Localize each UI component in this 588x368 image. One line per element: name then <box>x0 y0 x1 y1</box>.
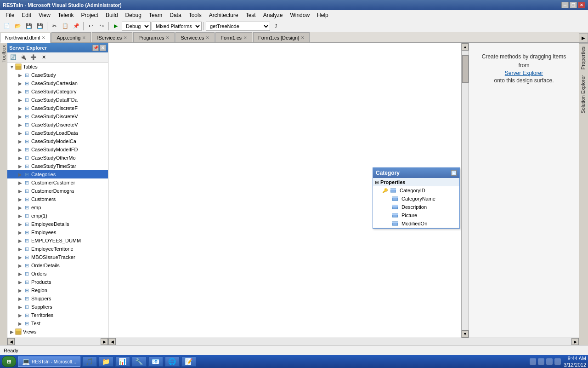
v-scroll-down[interactable]: ▼ <box>462 330 469 338</box>
expand-0[interactable]: ▶ <box>17 73 23 78</box>
restore-button[interactable]: ❐ <box>570 2 577 8</box>
tree-item-11[interactable]: ▶ ⊞ CaseStudyTimeStar <box>7 162 108 170</box>
tray-icon-4[interactable] <box>554 358 561 365</box>
tree-item-casestudy[interactable]: ▶ ⊞ CaseStudy <box>7 71 108 79</box>
tree-horizontal-scrollbar[interactable]: ◀ ▶ <box>7 338 108 345</box>
panel-pin-button[interactable]: 📌 <box>92 45 99 51</box>
minimize-button[interactable]: ─ <box>561 2 569 8</box>
menu-debug[interactable]: Debug <box>122 11 145 20</box>
save-button[interactable]: 💾 <box>24 21 34 31</box>
start-debug-button[interactable]: ▶ <box>111 21 121 31</box>
tree-item-suppliers[interactable]: ▶ ⊞ Suppliers <box>7 303 108 311</box>
new-project-button[interactable]: 📄 <box>2 21 12 31</box>
tree-item-7[interactable]: ▶ ⊞ CaseStudyLoadData <box>7 129 108 137</box>
expand-shippers[interactable]: ▶ <box>17 296 23 301</box>
platform-dropdown[interactable]: Mixed Platforms <box>152 22 202 31</box>
expand-territories[interactable]: ▶ <box>17 313 23 318</box>
redo-button[interactable]: ↪ <box>96 21 107 31</box>
menu-analyze[interactable]: Analyze <box>260 11 287 20</box>
design-h-scroll-track[interactable] <box>116 338 571 345</box>
tab-program[interactable]: Program.cs ✕ <box>133 32 175 42</box>
debug-config-dropdown[interactable]: Debug <box>122 22 151 31</box>
v-scroll-thumb[interactable] <box>462 55 469 83</box>
taskbar-app-3[interactable]: 📁 <box>99 356 113 367</box>
expand-5[interactable]: ▶ <box>17 114 23 119</box>
v-scroll-track[interactable] <box>462 51 469 330</box>
tree-item-region[interactable]: ▶ ⊞ Region <box>7 286 108 294</box>
expand-empterr[interactable]: ▶ <box>17 247 23 252</box>
tree-node-tables[interactable]: ▼ Tables <box>7 63 108 71</box>
tree-item-8[interactable]: ▶ ⊞ CaseStudyModelCa <box>7 137 108 145</box>
tree-item-6[interactable]: ▶ ⊞ CaseStudyDiscreteV <box>7 121 108 129</box>
tree-node-views[interactable]: ▶ Views <box>7 328 108 336</box>
menu-telerik[interactable]: Telerik <box>54 11 78 20</box>
tray-icon-3[interactable] <box>546 358 553 365</box>
menu-build[interactable]: Build <box>102 11 122 20</box>
cut-button[interactable]: ✂ <box>49 21 59 31</box>
tree-item-emp[interactable]: ▶ ⊞ emp <box>7 203 108 212</box>
expand-test[interactable]: ▶ <box>17 321 23 326</box>
tab-iservice[interactable]: IService.cs ✕ <box>92 32 132 42</box>
menu-window[interactable]: Window <box>286 11 313 20</box>
tree-item-territories[interactable]: ▶ ⊞ Territories <box>7 311 108 319</box>
tray-icon-1[interactable] <box>530 358 536 365</box>
tree-item-emp1[interactable]: ▶ ⊞ emp(1) <box>7 212 108 220</box>
taskbar-app-6[interactable]: 📧 <box>148 356 163 367</box>
se-delete-button[interactable]: ✕ <box>39 52 49 63</box>
expand-11[interactable]: ▶ <box>17 164 23 169</box>
tree-item-3[interactable]: ▶ ⊞ CaseStudyDataIFDa <box>7 96 108 104</box>
prop-description[interactable]: Description <box>373 203 459 211</box>
se-refresh-button[interactable]: 🔄 <box>8 52 18 63</box>
menu-edit[interactable]: Edit <box>18 11 35 20</box>
expand-13[interactable]: ▶ <box>17 180 23 185</box>
prop-modifiedon[interactable]: ModifiedOn <box>373 219 459 228</box>
expand-mbos[interactable]: ▶ <box>17 255 23 260</box>
expand-10[interactable]: ▶ <box>17 155 23 161</box>
prop-categoryname[interactable]: CategoryName <box>373 195 459 203</box>
tree-item-empterr[interactable]: ▶ ⊞ EmployeeTerritorie <box>7 245 108 253</box>
prop-categoryid[interactable]: 🔑 CategoryID <box>373 186 459 195</box>
expand-products[interactable]: ▶ <box>17 280 23 285</box>
tree-item-5[interactable]: ▶ ⊞ CaseStudyDiscreteV <box>7 112 108 121</box>
h-scroll-track[interactable] <box>15 338 101 345</box>
design-surface[interactable]: Category ▲ ⊟ Properties 🔑 <box>108 43 461 338</box>
scroll-right-btn[interactable]: ▶ <box>101 338 108 345</box>
tree-item-orders[interactable]: ▶ ⊞ Orders <box>7 270 108 278</box>
tree-item-14[interactable]: ▶ ⊞ CustomerDemogra <box>7 187 108 195</box>
prop-picture[interactable]: Picture <box>373 211 459 219</box>
tab-appconfig[interactable]: App.config ✕ <box>51 32 91 42</box>
expand-customers[interactable]: ▶ <box>17 197 23 202</box>
expand-1[interactable]: ▶ <box>17 81 23 86</box>
close-tab-iservice[interactable]: ✕ <box>124 35 127 40</box>
properties-side-tab[interactable]: Properties <box>579 43 588 72</box>
expand-4[interactable]: ▶ <box>17 106 23 111</box>
menu-tools[interactable]: Tools <box>185 11 205 20</box>
menu-project[interactable]: Project <box>78 11 102 20</box>
design-h-scroll-left[interactable]: ◀ <box>108 338 116 345</box>
expand-orderdetails[interactable]: ▶ <box>17 263 23 268</box>
design-horizontal-scrollbar[interactable]: ◀ ▶ <box>108 338 579 345</box>
tree-item-orderdetails[interactable]: ▶ ⊞ OrderDetails <box>7 261 108 270</box>
menu-team[interactable]: Team <box>145 11 166 20</box>
tree-item-test[interactable]: ▶ ⊞ Test <box>7 319 108 328</box>
expand-suppliers[interactable]: ▶ <box>17 305 23 310</box>
se-add-button[interactable]: ➕ <box>28 52 39 63</box>
design-vertical-scrollbar[interactable]: ▲ ▼ <box>461 43 469 338</box>
panel-close-button[interactable]: ✕ <box>100 45 106 51</box>
scroll-left-btn[interactable]: ◀ <box>7 338 15 345</box>
menu-view[interactable]: View <box>35 11 54 20</box>
v-scroll-up[interactable]: ▲ <box>462 43 469 51</box>
expand-2[interactable]: ▶ <box>17 89 23 94</box>
tree-item-10[interactable]: ▶ ⊞ CaseStudyOtherMo <box>7 154 108 162</box>
taskbar-app-2[interactable]: 🎵 <box>82 356 97 367</box>
taskbar-app-8[interactable]: 📝 <box>181 356 196 367</box>
expand-empdummy[interactable]: ▶ <box>17 238 23 243</box>
toolbox-label[interactable]: Toolbox <box>1 45 6 63</box>
undo-button[interactable]: ↩ <box>85 21 96 31</box>
entity-collapse-button[interactable]: ▲ <box>451 170 457 176</box>
start-button[interactable]: ⊞ <box>2 356 16 367</box>
expand-tables[interactable]: ▼ <box>9 64 15 69</box>
tab-scroll-right[interactable]: ▶ <box>579 33 588 42</box>
menu-file[interactable]: File <box>2 11 18 20</box>
close-tab-northwind[interactable]: ✕ <box>42 35 45 40</box>
